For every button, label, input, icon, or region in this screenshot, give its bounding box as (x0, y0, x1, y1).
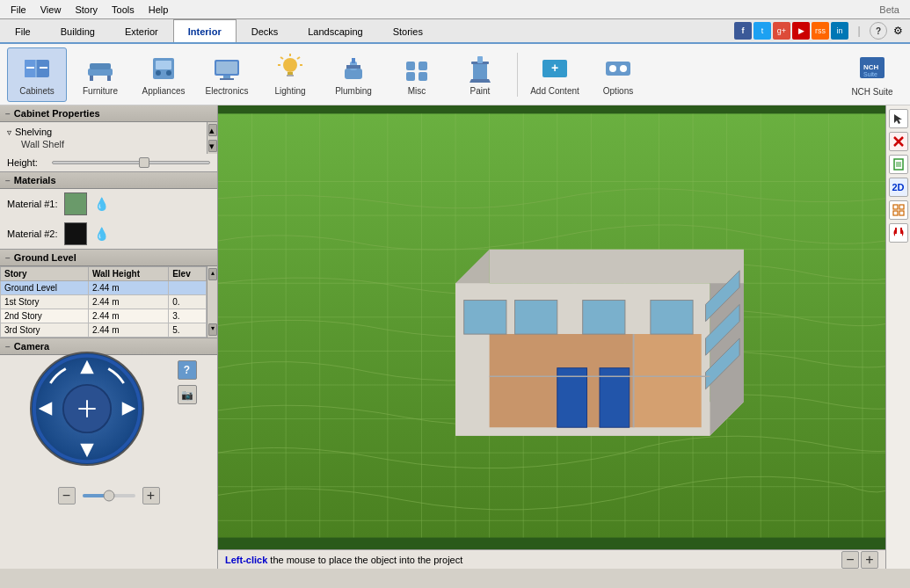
social3-icon[interactable]: g+ (773, 22, 790, 40)
camera-help-btn[interactable]: ? (178, 360, 197, 380)
svg-rect-115 (900, 228, 902, 230)
materials-collapse-btn[interactable]: − (5, 176, 11, 185)
tree-wall-shelf[interactable]: Wall Shelf (4, 138, 203, 150)
help-icon[interactable]: ? (870, 22, 887, 40)
stories-scroll-down[interactable]: ▾ (208, 323, 217, 336)
social4-icon[interactable]: ▶ (792, 22, 810, 40)
height-track[interactable] (52, 161, 210, 164)
page-btn[interactable] (889, 155, 908, 174)
toolbar-paint[interactable]: Paint (450, 47, 510, 102)
viewport-zoom-in[interactable]: + (861, 551, 878, 569)
tab-exterior[interactable]: Exterior (110, 19, 173, 42)
tab-right-icons: f t g+ ▶ rss in | ? ⚙ (734, 19, 910, 42)
electronics-label: Electronics (206, 86, 249, 96)
nch-suite-button[interactable]: NCHSuite NCH Suite (841, 47, 903, 102)
toolbar-misc[interactable]: Misc (387, 47, 447, 102)
materials-title: Materials (14, 175, 56, 185)
story-row-3[interactable]: 3rd Story2.44 m5. (1, 323, 207, 338)
story-cell-story-2: 2nd Story (1, 309, 89, 323)
menu-help[interactable]: Help (142, 3, 176, 17)
height-label: Height: (7, 157, 47, 168)
material2-eyedropper[interactable]: 💧 (94, 227, 109, 241)
scrollbar-up[interactable]: ▴ (208, 124, 217, 136)
camera-section: − Camera (0, 338, 217, 569)
zoom-row: − + (58, 487, 160, 505)
toolbar-furniture[interactable]: Furniture (70, 47, 130, 102)
col-elev: Elev (169, 267, 207, 281)
tab-landscaping[interactable]: Landscaping (293, 19, 377, 42)
toolbar-plumbing[interactable]: Plumbing (324, 47, 383, 102)
svg-rect-7 (90, 76, 93, 81)
tab-interior[interactable]: Interior (173, 19, 237, 42)
svg-rect-111 (899, 205, 904, 209)
height-thumb[interactable] (139, 157, 149, 168)
ground-level-title: Ground Level (14, 252, 76, 263)
tree-shelving[interactable]: ▿ Shelving (4, 126, 203, 138)
svg-rect-31 (406, 72, 415, 81)
svg-rect-14 (216, 62, 237, 74)
story-cell-wall_height-0: 2.44 m (88, 281, 168, 295)
svg-rect-34 (477, 56, 483, 63)
cabinet-collapse-btn[interactable]: − (5, 109, 11, 119)
tree-expand-icon[interactable]: ▿ (7, 127, 11, 137)
twitter-icon[interactable]: t (753, 22, 771, 40)
toolbar-options[interactable]: Options (588, 47, 648, 102)
height-slider-row: Height: (0, 154, 217, 171)
snap-btn[interactable] (889, 223, 908, 243)
toolbar-cabinets[interactable]: Cabinets (7, 47, 67, 102)
camera-collapse-btn[interactable]: − (5, 342, 11, 352)
toolbar-lighting[interactable]: Lighting (260, 47, 320, 102)
svg-marker-47 (38, 402, 52, 416)
grid-btn[interactable] (889, 200, 908, 220)
menu-file[interactable]: File (4, 3, 33, 17)
menu-view[interactable]: View (33, 3, 69, 17)
tab-stories[interactable]: Stories (378, 19, 438, 42)
tab-decks[interactable]: Decks (237, 19, 294, 42)
hint-suffix: the mouse to place the object into the p… (267, 555, 462, 565)
zoom-slider[interactable] (83, 490, 135, 502)
2d-view-btn[interactable]: 2D (889, 178, 908, 197)
material1-row: Material #1: 💧 (0, 189, 217, 219)
menu-story[interactable]: Story (68, 3, 105, 17)
toolbar-appliances[interactable]: Appliances (134, 47, 193, 102)
social5-icon[interactable]: rss (812, 22, 829, 40)
svg-rect-114 (895, 228, 897, 230)
material1-eyedropper[interactable]: 💧 (94, 197, 109, 211)
facebook-icon[interactable]: f (734, 22, 752, 40)
select-tool-btn[interactable] (889, 109, 908, 128)
tab-building[interactable]: Building (46, 19, 110, 42)
toolbar-electronics[interactable]: Electronics (197, 47, 257, 102)
materials-header[interactable]: − Materials (0, 172, 217, 189)
cabinet-properties-section: − Cabinet Properties ▿ Shelving Wall She… (0, 105, 217, 172)
cabinet-scrollbar[interactable]: ▴ ▾ (207, 122, 217, 154)
material2-swatch[interactable] (64, 222, 87, 245)
ground-level-header[interactable]: − Ground Level (0, 250, 217, 266)
material1-swatch[interactable] (64, 192, 87, 215)
viewport-svg (218, 105, 885, 569)
toolbar-add-content[interactable]: + Add Content (525, 47, 585, 102)
cabinet-tree-row: ▿ Shelving Wall Shelf ▴ ▾ (0, 122, 217, 154)
delete-btn[interactable] (889, 132, 908, 151)
linkedin-icon[interactable]: in (831, 22, 848, 40)
stories-scrollbar[interactable]: ▴ ▾ (207, 266, 217, 338)
ground-level-collapse-btn[interactable]: − (5, 253, 11, 263)
menu-tools[interactable]: Tools (105, 3, 142, 17)
story-row-2[interactable]: 2nd Story2.44 m3. (1, 309, 207, 323)
camera-title: Camera (14, 341, 49, 352)
viewport[interactable]: Left-click the mouse to place the object… (218, 105, 885, 569)
story-row-1[interactable]: 1st Story2.44 m0. (1, 295, 207, 309)
left-panel: − Cabinet Properties ▿ Shelving Wall She… (0, 105, 218, 569)
tab-file[interactable]: File (0, 19, 46, 42)
zoom-out-btn[interactable]: − (58, 487, 76, 505)
svg-marker-45 (80, 360, 94, 374)
scrollbar-down[interactable]: ▾ (208, 140, 217, 152)
viewport-zoom-out[interactable]: − (841, 551, 859, 569)
tab-bar: File Building Exterior Interior Decks La… (0, 19, 910, 44)
settings-icon[interactable]: ⚙ (889, 22, 906, 40)
stories-scroll-up[interactable]: ▴ (208, 268, 217, 280)
plumbing-label: Plumbing (335, 86, 372, 96)
camera-snapshot-btn[interactable]: 📷 (178, 385, 197, 404)
story-row-0[interactable]: Ground Level2.44 m (1, 281, 207, 295)
cabinet-properties-header[interactable]: − Cabinet Properties (0, 105, 217, 122)
zoom-in-btn[interactable]: + (142, 487, 160, 505)
